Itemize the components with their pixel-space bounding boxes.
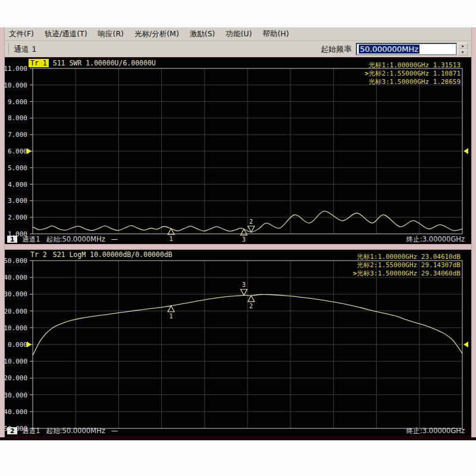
svg-text:6.000: 6.000 xyxy=(8,148,27,155)
channel1-status-bar-bottom: 2 通道1 起始:50.0000MHz — 终止:3.00000GHz xyxy=(4,426,472,436)
marker-readout-s11: 光标1:1.00000GHz 1.31513 >光标2:1.55000GHz 1… xyxy=(364,61,461,86)
menu-trace-channel[interactable]: 轨迹/通道(T) xyxy=(39,28,93,40)
svg-text:30.000: 30.000 xyxy=(4,290,27,298)
channel-name: 通道1 xyxy=(22,427,40,436)
stop-freq-status: 终止:3.00000GHz xyxy=(406,427,465,436)
trace2-header: Tr 2 S21 LogM 10.00000dB/0.00000dB xyxy=(29,250,173,259)
svg-text:11.000: 11.000 xyxy=(4,65,27,73)
svg-text:2.000: 2.000 xyxy=(8,214,27,221)
active-marker-arrow: > xyxy=(364,70,369,78)
start-frequency-input[interactable]: 50.000000MHz xyxy=(356,43,457,55)
svg-text:8.000: 8.000 xyxy=(8,114,27,122)
frequency-spinner: ▲ ▼ xyxy=(458,43,468,55)
svg-text:7.000: 7.000 xyxy=(8,131,27,139)
menu-stimulus[interactable]: 激励(S) xyxy=(184,28,221,40)
start-frequency-label: 起始频率 xyxy=(321,44,352,55)
trace1-scale-text: S11 SWR 1.00000U/6.00000U xyxy=(53,59,156,67)
svg-text:20.000: 20.000 xyxy=(4,308,27,315)
menu-help[interactable]: 帮助(H) xyxy=(257,28,294,40)
trace2-badge[interactable]: Tr 2 xyxy=(29,250,49,259)
start-freq-status: 起始:50.0000MHz xyxy=(46,427,105,436)
window-right-border xyxy=(471,27,476,437)
spinner-down-button[interactable]: ▼ xyxy=(458,49,468,56)
trace1-header: Tr 1 S11 SWR 1.00000U/6.00000U xyxy=(29,58,156,67)
stop-freq-status: 终止:3.00000GHz xyxy=(406,235,465,244)
marker1-readout: 光标1:1.00000GHz 23.04610dB xyxy=(352,253,461,261)
menu-function[interactable]: 功能(U) xyxy=(220,28,257,40)
vna-app: 文件(F) 轨迹/通道(T) 响应(R) 光标/分析(M) 激励(S) 功能(U… xyxy=(0,0,476,476)
marker2-readout: 光标2:1.55000GHz 29.14307dB xyxy=(352,261,461,270)
start-freq-status: 起始:50.0000MHz xyxy=(46,235,105,244)
marker3-readout: >光标3:1.50000GHz 29.34060dB xyxy=(352,270,461,278)
chart-panel-s21: Tr 2 S21 LogM 10.00000dB/0.00000dB 光标1:1… xyxy=(0,250,476,436)
svg-text:1: 1 xyxy=(169,313,173,320)
menu-bar: 文件(F) 轨迹/通道(T) 响应(R) 光标/分析(M) 激励(S) 功能(U… xyxy=(0,27,476,41)
menu-response[interactable]: 响应(R) xyxy=(93,28,129,40)
window-bottom-edge xyxy=(0,436,476,440)
svg-text:2: 2 xyxy=(249,303,253,309)
channel-number-badge: 2 xyxy=(7,427,17,434)
sweep-dash: — xyxy=(111,427,118,435)
trace2-scale-text: S21 LogM 10.00000dB/0.00000dB xyxy=(53,250,173,259)
marker3-readout: 光标3:1.50000GHz 1.28659 xyxy=(364,78,461,86)
channel-tab[interactable]: 通道 1 xyxy=(8,43,36,55)
active-marker-arrow: > xyxy=(352,270,357,278)
sweep-dash: — xyxy=(111,235,118,243)
svg-text:10.000: 10.000 xyxy=(4,324,27,332)
marker1-readout: 光标1:1.00000GHz 1.31513 xyxy=(364,61,461,70)
marker-readout-s21: 光标1:1.00000GHz 23.04610dB 光标2:1.55000GHz… xyxy=(352,253,461,278)
app-window: 文件(F) 轨迹/通道(T) 响应(R) 光标/分析(M) 激励(S) 功能(U… xyxy=(0,27,476,437)
start-frequency-group: 起始频率 50.000000MHz ▲ ▼ xyxy=(321,43,468,55)
toolbar: 通道 1 起始频率 50.000000MHz ▲ ▼ xyxy=(0,41,476,58)
svg-text:40.000: 40.000 xyxy=(4,274,27,281)
chart-panel-s11: Tr 1 S11 SWR 1.00000U/6.00000U 光标1:1.000… xyxy=(0,58,476,244)
marker2-readout: >光标2:1.55000GHz 1.10871 xyxy=(364,70,461,78)
menu-marker-analysis[interactable]: 光标/分析(M) xyxy=(129,28,184,40)
svg-text:10.000: 10.000 xyxy=(4,82,27,89)
svg-text:0.000: 0.000 xyxy=(8,341,27,349)
trace1-badge[interactable]: Tr 1 xyxy=(29,59,49,67)
svg-text:3.000: 3.000 xyxy=(8,197,27,205)
menu-file[interactable]: 文件(F) xyxy=(4,28,39,40)
svg-text:5.000: 5.000 xyxy=(8,164,27,172)
svg-text:50.000: 50.000 xyxy=(4,257,27,265)
start-frequency-value: 50.000000MHz xyxy=(359,45,419,54)
channel1-status-bar-top: 1 通道1 起始:50.0000MHz — 终止:3.00000GHz xyxy=(4,234,472,244)
channel-number-badge: 1 xyxy=(7,236,17,243)
window-left-border xyxy=(0,27,5,437)
svg-text:4.000: 4.000 xyxy=(8,181,27,189)
channel-name: 通道1 xyxy=(22,235,40,244)
svg-text:2: 2 xyxy=(249,218,253,225)
spinner-up-button[interactable]: ▲ xyxy=(458,43,468,49)
panel-separator xyxy=(0,244,476,250)
svg-text:9.000: 9.000 xyxy=(8,98,27,106)
svg-text:3: 3 xyxy=(242,281,246,288)
